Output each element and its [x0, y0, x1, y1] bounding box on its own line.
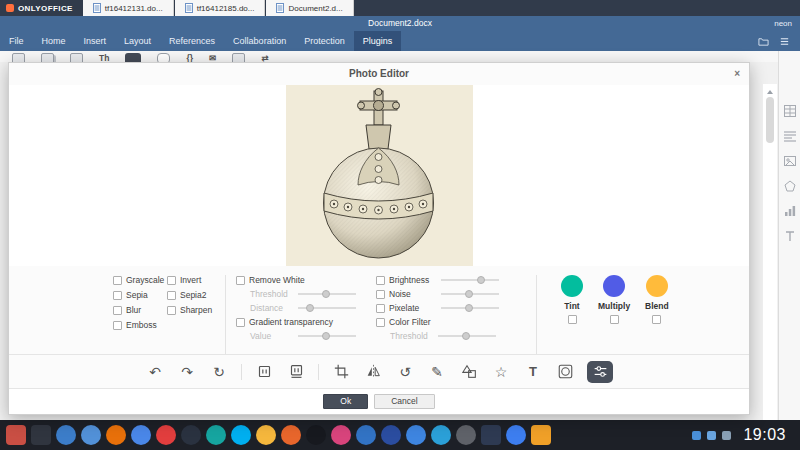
tint-checkbox[interactable] [568, 315, 577, 324]
sepia2-checkbox[interactable] [167, 291, 176, 300]
filter-gradient-transparency[interactable]: Gradient transparency [236, 317, 376, 327]
filter-blur[interactable]: Blur [113, 305, 167, 315]
draw-icon[interactable]: ✎ [427, 362, 447, 382]
noise-slider[interactable] [441, 293, 499, 295]
file-manager-icon[interactable] [56, 425, 76, 445]
filter-pixelate[interactable]: Pixelate [376, 303, 526, 313]
filter-sepia[interactable]: Sepia [113, 290, 167, 300]
open-file-location-icon[interactable] [758, 36, 769, 47]
crop-icon[interactable] [331, 362, 351, 382]
remove-white-distance-slider[interactable] [298, 307, 356, 309]
emboss-checkbox[interactable] [113, 321, 122, 330]
tray-battery-icon[interactable] [722, 431, 731, 440]
macros-button[interactable]: {} [186, 53, 193, 62]
color-filter-threshold-slider[interactable] [438, 335, 496, 337]
filter-color-filter[interactable]: Color Filter [376, 317, 526, 327]
scrollbar[interactable] [763, 84, 777, 420]
reset-icon[interactable]: ↻ [209, 362, 229, 382]
redo-icon[interactable]: ↷ [177, 362, 197, 382]
bright-blue-app-icon[interactable] [506, 425, 526, 445]
delete-all-icon[interactable] [286, 362, 306, 382]
paste-icon[interactable] [12, 53, 25, 62]
blend-swatch[interactable] [646, 275, 668, 297]
opera-icon[interactable] [156, 425, 176, 445]
brightness-checkbox[interactable] [376, 276, 385, 285]
close-icon[interactable]: × [734, 63, 740, 85]
menu-references[interactable]: References [160, 31, 224, 51]
remove-white-checkbox[interactable] [236, 276, 245, 285]
dark-app-icon[interactable] [181, 425, 201, 445]
menu-layout[interactable]: Layout [115, 31, 160, 51]
menu-insert[interactable]: Insert [75, 31, 116, 51]
red-pink-app-icon[interactable] [331, 425, 351, 445]
text-icon[interactable]: T [523, 362, 543, 382]
invert-checkbox[interactable] [167, 276, 176, 285]
pixelate-slider[interactable] [441, 307, 499, 309]
sepia-checkbox[interactable] [113, 291, 122, 300]
ocr-icon[interactable] [232, 53, 245, 62]
firefox-icon[interactable] [106, 425, 126, 445]
filter-sepia2[interactable]: Sepia2 [167, 290, 215, 300]
menu-file[interactable]: File [0, 31, 33, 51]
star-icon[interactable]: ☆ [491, 362, 511, 382]
blue-k-app-icon[interactable] [356, 425, 376, 445]
flip-icon[interactable] [363, 362, 383, 382]
scrollbar-thumb[interactable] [766, 97, 774, 143]
document-tab-1[interactable]: tf16412131.do... [83, 0, 174, 16]
skype-icon[interactable] [231, 425, 251, 445]
multiply-swatch[interactable] [603, 275, 625, 297]
filter-emboss[interactable]: Emboss [113, 320, 167, 330]
telegram-icon[interactable] [431, 425, 451, 445]
cancel-button[interactable]: Cancel [374, 394, 434, 409]
mask-icon[interactable] [555, 362, 575, 382]
sharpen-checkbox[interactable] [167, 306, 176, 315]
noise-checkbox[interactable] [376, 290, 385, 299]
navy-app-icon[interactable] [381, 425, 401, 445]
filter-grayscale[interactable]: Grayscale [113, 275, 167, 285]
textart-settings-icon[interactable] [784, 230, 796, 242]
shape-icon[interactable] [459, 362, 479, 382]
collapse-toolbar-icon[interactable] [779, 36, 790, 47]
color-filter-checkbox[interactable] [376, 318, 385, 327]
menu-home[interactable]: Home [33, 31, 75, 51]
filter-sharpen[interactable]: Sharpen [167, 305, 215, 315]
table-settings-icon[interactable] [784, 105, 796, 117]
filter-icon-active[interactable] [587, 361, 613, 383]
remove-white-threshold-slider[interactable] [298, 293, 356, 295]
blend-checkbox[interactable] [652, 315, 661, 324]
image-settings-icon[interactable] [784, 155, 796, 167]
terminal-icon[interactable] [31, 425, 51, 445]
filter-brightness[interactable]: Brightness [376, 275, 526, 285]
communication-icon[interactable] [157, 53, 170, 62]
menu-plugins[interactable]: Plugins [354, 31, 402, 51]
gradient-transparency-checkbox[interactable] [236, 318, 245, 327]
filter-remove-white[interactable]: Remove White [236, 275, 376, 285]
blue-app-icon[interactable] [406, 425, 426, 445]
filter-noise[interactable]: Noise [376, 289, 526, 299]
taskbar-clock[interactable]: 19:03 [737, 426, 794, 444]
document-tab-2[interactable]: tf16412185.do... [175, 0, 266, 16]
gray-app-icon[interactable] [456, 425, 476, 445]
dark-blue-app-icon[interactable] [481, 425, 501, 445]
gradient-value-slider[interactable] [298, 335, 356, 337]
document-tab-3-active[interactable]: Document2.d... [266, 0, 353, 16]
rotate-icon[interactable]: ↺ [395, 362, 415, 382]
filter-invert[interactable]: Invert [167, 275, 215, 285]
app-launcher-icon[interactable] [6, 425, 26, 445]
brightness-slider[interactable] [441, 279, 499, 281]
teal-app-icon[interactable] [206, 425, 226, 445]
sync-icon[interactable]: ⇄ [261, 53, 268, 62]
shape-settings-icon[interactable] [784, 180, 796, 192]
tray-volume-icon[interactable] [707, 431, 716, 440]
multiply-checkbox[interactable] [610, 315, 619, 324]
dialog-header[interactable]: Photo Editor × [9, 63, 749, 85]
chromium-icon[interactable] [131, 425, 151, 445]
mail-merge-icon[interactable]: ✉ [209, 53, 216, 62]
thesaurus-button[interactable]: Th [99, 53, 109, 62]
orange-app-icon[interactable] [281, 425, 301, 445]
text-editor-icon[interactable] [81, 425, 101, 445]
grayscale-checkbox[interactable] [113, 276, 122, 285]
scroll-up-icon[interactable] [767, 90, 773, 94]
orb-image[interactable] [286, 85, 473, 266]
paragraph-settings-icon[interactable] [784, 130, 796, 142]
